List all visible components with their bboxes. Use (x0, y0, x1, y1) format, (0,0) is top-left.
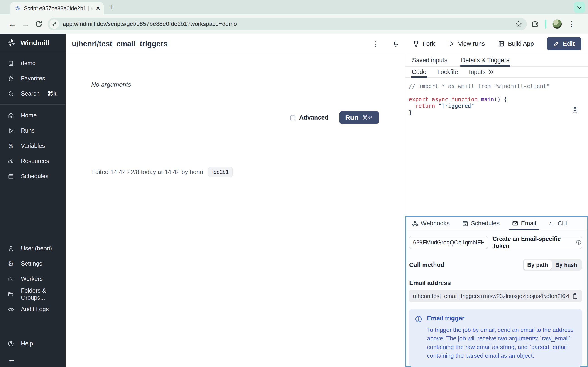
sidebar-item-label: Home (21, 112, 37, 119)
edit-button[interactable]: Edit (547, 37, 581, 50)
run-form-area: No arguments Advanced Run ⌘↵ Edited 14:4… (65, 54, 405, 367)
copy-code-icon[interactable] (572, 107, 579, 114)
browser-tab[interactable]: Script e857be88e0fde2b1 | W ✕ (10, 2, 104, 14)
robot-icon (7, 276, 15, 282)
sidebar-item-label: demo (21, 60, 36, 67)
fork-icon (413, 40, 419, 47)
call-method-label: Call method (409, 261, 444, 268)
info-icon (488, 69, 493, 75)
triggers-panel: Webhooks Schedules Email (405, 216, 588, 367)
browser-toolbar: ← → app.windmill.dev/scripts/get/e857be8… (0, 14, 588, 33)
tab-inputs[interactable]: Inputs (469, 67, 493, 77)
browser-window: Script e857be88e0fde2b1 | W ✕ + ← → app.… (0, 0, 588, 367)
code-content[interactable]: // import * as wmill from "windmill-clie… (405, 78, 588, 116)
tab-email-trigger[interactable]: Email (512, 217, 536, 230)
sidebar-item-workspace[interactable]: demo (0, 56, 65, 71)
run-button[interactable]: Run ⌘↵ (339, 111, 379, 124)
tab-code[interactable]: Code (412, 67, 426, 77)
arrow-left-icon: ← (8, 355, 16, 364)
building-icon (7, 60, 15, 67)
code-viewer: // import * as wmill from "windmill-clie… (405, 78, 588, 116)
call-method-toggle: By path By hash (523, 259, 582, 271)
profile-separator (545, 19, 547, 29)
folder-icon (7, 291, 15, 297)
forward-button[interactable]: → (19, 19, 32, 29)
sidebar-item-resources[interactable]: Resources (0, 153, 65, 169)
details-panel: Saved inputs Details & Triggers Code Loc… (405, 54, 588, 367)
calendar-check-icon (462, 220, 468, 226)
advanced-button[interactable]: Advanced (290, 114, 328, 121)
sidebar-item-runs[interactable]: Runs (0, 123, 65, 138)
sidebar-item-user[interactable]: User (henri) (0, 241, 65, 256)
browser-menu-icon[interactable]: ⋮ (568, 20, 575, 28)
by-hash-option[interactable]: By hash (552, 260, 581, 270)
run-shortcut: ⌘↵ (362, 114, 373, 121)
back-button[interactable]: ← (6, 19, 19, 29)
dollar-icon: $ (7, 142, 15, 149)
boxes-icon (7, 158, 15, 164)
url-bar[interactable]: app.windmill.dev/scripts/get/e857be88e0f… (48, 18, 527, 30)
site-settings-icon[interactable] (49, 19, 59, 29)
create-email-token-button[interactable]: Create an Email-specific Token (492, 236, 582, 249)
envelope-icon (512, 220, 518, 226)
gear-icon: ⚙ (7, 260, 15, 267)
tab-webhooks[interactable]: Webhooks (412, 217, 450, 230)
tab-schedules-trigger[interactable]: Schedules (462, 217, 499, 230)
tab-title-fade (80, 5, 94, 12)
email-address-field[interactable]: u.henri.test_email_triggers+mrsw23zlouxg… (409, 290, 582, 302)
build-app-button[interactable]: Build App (498, 40, 534, 47)
fork-button[interactable]: Fork (413, 40, 435, 47)
brand-name: Windmill (20, 39, 49, 47)
tab-close-icon[interactable]: ✕ (96, 5, 100, 11)
reload-icon (35, 20, 43, 28)
sidebar-item-settings[interactable]: ⚙ Settings (0, 256, 65, 271)
sidebar-item-search[interactable]: Search ⌘k (0, 86, 65, 101)
new-tab-button[interactable]: + (109, 3, 114, 11)
info-box-title: Email trigger (427, 315, 576, 322)
sidebar-item-help[interactable]: Help (0, 336, 65, 351)
browser-tabstrip: Script e857be88e0fde2b1 | W ✕ + (0, 0, 588, 14)
extensions-puzzle-icon[interactable] (531, 20, 539, 28)
tab-title: Script e857be88e0fde2b1 | W (24, 5, 94, 12)
by-path-option[interactable]: By path (523, 260, 552, 270)
email-trigger-info-box: Email trigger To trigger the job by emai… (409, 309, 582, 367)
calendar-icon (290, 114, 296, 121)
page-title: u/henri/test_email_triggers (72, 40, 168, 48)
reload-button[interactable] (32, 20, 45, 28)
profile-avatar[interactable] (552, 19, 562, 29)
sidebar-brand[interactable]: Windmill (0, 33, 65, 52)
tab-saved-inputs[interactable]: Saved inputs (412, 54, 447, 66)
tab-lockfile[interactable]: Lockfile (437, 67, 458, 77)
info-circle-icon (415, 315, 422, 360)
calendar-icon (7, 173, 15, 180)
url-text[interactable]: app.windmill.dev/scripts/get/e857be88e0f… (63, 20, 515, 27)
clipboard-copy-icon[interactable] (572, 293, 578, 299)
notifications-bell-icon[interactable] (392, 40, 400, 47)
sidebar-item-variables[interactable]: $ Variables (0, 138, 65, 153)
edited-timestamp: Edited 14:42 22/8 today at 14:42 by henr… (91, 169, 203, 176)
sidebar-item-label: Audit Logs (21, 306, 49, 313)
email-token-input[interactable] (409, 236, 488, 249)
script-hash-badge[interactable]: fde2b1 (208, 167, 233, 177)
sidebar-item-schedules[interactable]: Schedules (0, 169, 65, 184)
windmill-logo-icon (7, 38, 16, 47)
no-arguments-text: No arguments (91, 81, 131, 88)
sidebar-item-home[interactable]: Home (0, 108, 65, 123)
user-icon (7, 245, 15, 252)
bookmark-star-icon[interactable] (515, 20, 522, 28)
tab-details-triggers[interactable]: Details & Triggers (461, 54, 509, 66)
play-outline-icon (448, 40, 455, 47)
sidebar-item-label: Settings (21, 260, 42, 267)
view-runs-button[interactable]: View runs (448, 40, 485, 47)
search-shortcut: ⌘k (47, 90, 56, 97)
script-menu-icon[interactable]: ⋮ (372, 40, 379, 48)
sidebar-item-audit-logs[interactable]: Audit Logs (0, 302, 65, 317)
tab-cli[interactable]: CLI (549, 217, 567, 230)
sidebar-item-favorites[interactable]: Favorites (0, 71, 65, 86)
tab-search-chevron-button[interactable] (574, 2, 585, 13)
toolbar-right-cluster: ⋮ (531, 19, 575, 29)
pencil-icon (553, 41, 560, 47)
sidebar-collapse-button[interactable]: ← (0, 351, 65, 367)
sidebar-item-folders[interactable]: Folders & Groups... (0, 286, 65, 302)
sidebar-item-workers[interactable]: Workers (0, 271, 65, 286)
